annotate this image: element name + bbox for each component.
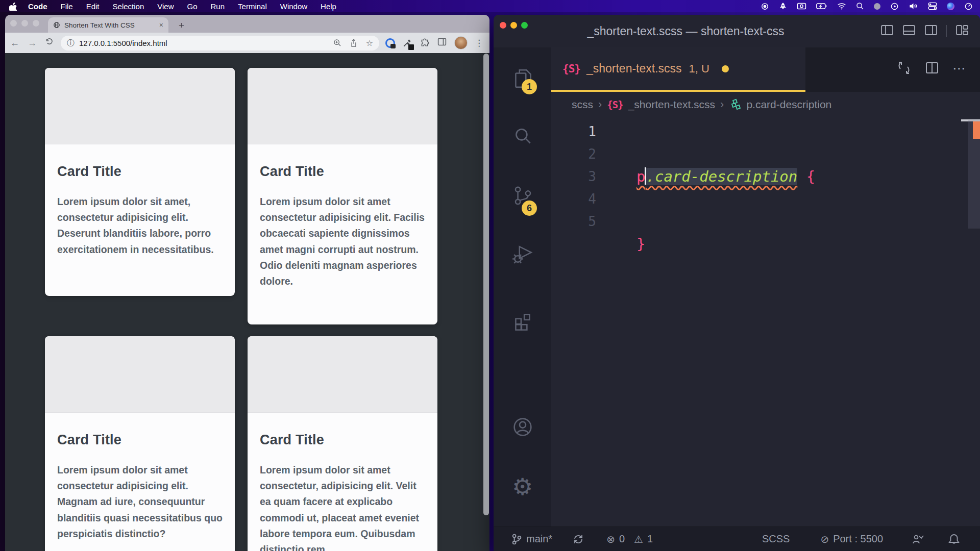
card-description: Lorem ipsum dolor sit amet consectetur a… xyxy=(260,194,425,289)
settings-gear-icon[interactable]: ⚙ xyxy=(512,475,533,498)
clock-icon[interactable] xyxy=(964,2,973,11)
status-dot-icon[interactable] xyxy=(874,3,880,10)
notifications-bell-icon[interactable] xyxy=(948,533,960,545)
scss-file-icon: {S} xyxy=(607,99,623,110)
customize-layout-icon[interactable] xyxy=(955,24,969,38)
minimize-window-button[interactable] xyxy=(21,20,28,27)
breadcrumb-file[interactable]: _shorten-text.scss xyxy=(628,98,715,111)
browser-tab-strip: Shorten Text With CSS × + xyxy=(5,15,489,33)
editor-tab-bar: {S} _shorten-text.scss 1, U ⋯ xyxy=(551,47,980,92)
menu-selection[interactable]: Selection xyxy=(113,2,144,11)
chevron-right-icon xyxy=(598,98,602,111)
open-changes-icon[interactable] xyxy=(896,60,912,78)
live-server-item[interactable]: ⊘ Port : 5500 xyxy=(820,533,883,545)
feedback-icon[interactable] xyxy=(912,534,924,545)
account-icon[interactable] xyxy=(510,415,535,441)
toggle-secondary-sidebar-icon[interactable] xyxy=(924,24,938,38)
code-line-1: p.card-description { xyxy=(636,165,815,188)
browser-window-controls[interactable] xyxy=(10,20,39,27)
card-description: Lorem ipsum dolor sit amet consectetur, … xyxy=(260,462,425,551)
menu-window[interactable]: Window xyxy=(280,2,307,11)
rocket-icon[interactable] xyxy=(779,2,787,10)
menu-app-name[interactable]: Code xyxy=(28,2,47,11)
menu-terminal[interactable]: Terminal xyxy=(238,2,267,11)
back-button[interactable]: ← xyxy=(10,38,19,48)
tab-filename: _shorten-text.scss xyxy=(586,62,682,76)
vscode-title-bar: _shorten-text.scss — shorten-text-css xyxy=(494,15,980,47)
address-bar[interactable]: ⓘ 127.0.0.1:5500/index.html ☆ xyxy=(61,36,379,51)
git-branch-item[interactable]: main* xyxy=(511,533,552,545)
selector-class-token: .card-description xyxy=(646,168,797,185)
split-editor-icon[interactable] xyxy=(925,61,939,77)
share-icon[interactable] xyxy=(350,39,358,47)
vscode-window-controls[interactable] xyxy=(500,22,528,29)
siri-icon[interactable] xyxy=(947,3,954,10)
toggle-panel-icon[interactable] xyxy=(902,24,916,38)
apple-menu-icon[interactable] xyxy=(9,2,17,11)
code-line-2: } xyxy=(636,233,815,255)
breadcrumbs: scss {S} _shorten-text.scss p.card-descr… xyxy=(551,92,980,117)
page-scrollbar[interactable] xyxy=(483,54,489,515)
browser-menu-icon[interactable]: ⋮ xyxy=(475,38,483,48)
run-debug-icon[interactable] xyxy=(511,242,534,268)
toggle-sidebar-icon[interactable] xyxy=(880,24,894,38)
symbol-class-icon xyxy=(729,98,741,111)
battery-icon[interactable] xyxy=(816,3,827,10)
language-mode-item[interactable]: SCSS xyxy=(762,533,790,545)
menu-help[interactable]: Help xyxy=(321,2,336,11)
play-circle-icon[interactable] xyxy=(890,2,899,11)
breadcrumb-symbol[interactable]: p.card-description xyxy=(746,98,831,111)
search-icon[interactable] xyxy=(511,125,534,151)
screen-record-icon[interactable] xyxy=(797,2,806,10)
side-panel-icon[interactable] xyxy=(437,37,447,48)
password-manager-extension-icon[interactable] xyxy=(385,38,395,48)
menu-edit[interactable]: Edit xyxy=(86,2,100,11)
globe-icon xyxy=(53,21,60,29)
close-window-button[interactable] xyxy=(10,20,17,27)
line-number: 1 xyxy=(551,120,596,143)
code-editor[interactable]: 1 2 3 4 5 p.card-description { } xyxy=(551,117,980,527)
code-content[interactable]: p.card-description { } xyxy=(636,120,815,300)
menu-run[interactable]: Run xyxy=(211,2,225,11)
profile-avatar[interactable] xyxy=(454,36,468,49)
browser-tab[interactable]: Shorten Text With CSS × xyxy=(48,17,168,33)
close-window-button[interactable] xyxy=(500,22,506,29)
reload-button[interactable] xyxy=(45,37,54,48)
problems-item[interactable]: ⊗ 0 ⚠ 1 xyxy=(606,533,653,545)
breadcrumb-folder[interactable]: scss xyxy=(572,98,593,111)
scss-file-icon: {S} xyxy=(562,63,580,75)
card-title: Card Title xyxy=(57,164,223,180)
zoom-page-icon[interactable] xyxy=(333,39,341,47)
card-image-placeholder xyxy=(248,336,437,413)
more-actions-icon[interactable]: ⋯ xyxy=(952,61,966,77)
editor-tab[interactable]: {S} _shorten-text.scss 1, U xyxy=(551,47,805,92)
card-title: Card Title xyxy=(260,432,425,448)
zoom-window-button[interactable] xyxy=(521,22,528,29)
sync-changes-button[interactable] xyxy=(573,534,584,545)
browser-window: Shorten Text With CSS × + ← → ⓘ 127.0.0.… xyxy=(5,15,489,551)
zoom-window-button[interactable] xyxy=(33,20,39,27)
bookmark-star-icon[interactable]: ☆ xyxy=(366,38,373,48)
overview-ruler-warning-marker xyxy=(973,121,980,139)
new-tab-button[interactable]: + xyxy=(179,20,184,30)
control-center-icon[interactable] xyxy=(928,2,937,10)
spotlight-search-icon[interactable] xyxy=(856,2,864,10)
unsaved-changes-dot[interactable] xyxy=(722,65,729,72)
record-target-icon[interactable] xyxy=(761,2,769,11)
forward-button[interactable]: → xyxy=(28,38,37,48)
menu-file[interactable]: File xyxy=(61,2,73,11)
site-info-icon[interactable]: ⓘ xyxy=(67,38,75,48)
menu-view[interactable]: View xyxy=(157,2,174,11)
menu-go[interactable]: Go xyxy=(187,2,198,11)
wifi-icon[interactable] xyxy=(837,3,846,10)
volume-icon[interactable] xyxy=(909,2,918,10)
line-number: 3 xyxy=(551,165,596,188)
url-text[interactable]: 127.0.0.1:5500/index.html xyxy=(79,39,167,47)
extensions-puzzle-icon[interactable] xyxy=(420,37,430,49)
card: Card Title Lorem ipsum dolor sit amet, c… xyxy=(45,68,235,296)
color-picker-extension-icon[interactable] xyxy=(402,38,412,48)
extensions-icon[interactable] xyxy=(511,310,534,336)
minimize-window-button[interactable] xyxy=(510,22,517,29)
selector-tag-token: p xyxy=(636,168,645,185)
tab-close-icon[interactable]: × xyxy=(159,21,163,29)
